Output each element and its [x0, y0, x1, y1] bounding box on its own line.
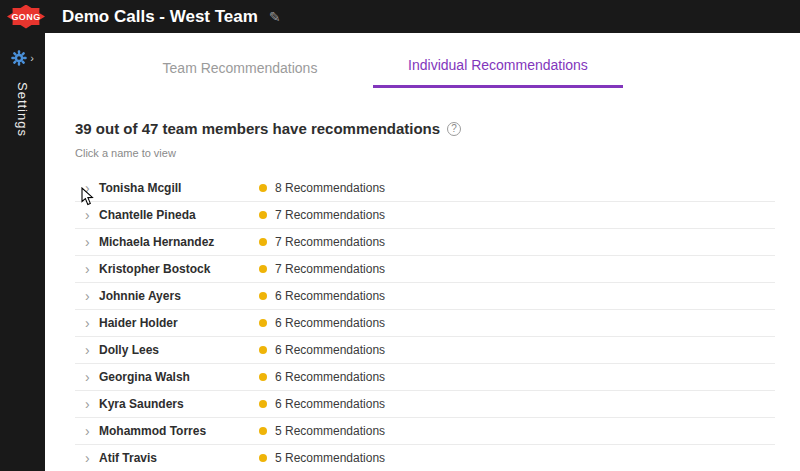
recommendation-count: 6 Recommendations	[275, 370, 385, 384]
recommendation-count: 8 Recommendations	[275, 181, 385, 195]
chevron-right-icon[interactable]: ›	[85, 208, 99, 222]
recommendation-count: 5 Recommendations	[275, 451, 385, 465]
recommendation-dot-icon	[259, 184, 267, 192]
member-name[interactable]: Chantelle Pineda	[99, 208, 259, 222]
member-row[interactable]: › Georgina Walsh 6 Recommendations	[75, 364, 775, 391]
member-row[interactable]: › Kyra Saunders 6 Recommendations	[75, 391, 775, 418]
chevron-right-icon[interactable]: ›	[85, 316, 99, 330]
tab-team-recommendations[interactable]: Team Recommendations	[115, 60, 365, 88]
chevron-right-icon[interactable]: ›	[85, 262, 99, 276]
recommendations-heading: 39 out of 47 team members have recommend…	[75, 120, 440, 137]
chevron-right-icon[interactable]: ›	[85, 370, 99, 384]
content-area: 39 out of 47 team members have recommend…	[45, 120, 800, 471]
click-name-hint: Click a name to view	[75, 147, 800, 159]
chevron-right-icon[interactable]: ›	[85, 424, 99, 438]
recommendation-count: 6 Recommendations	[275, 397, 385, 411]
member-row[interactable]: › Dolly Lees 6 Recommendations	[75, 337, 775, 364]
recommendation-count: 7 Recommendations	[275, 208, 385, 222]
member-name[interactable]: Kyra Saunders	[99, 397, 259, 411]
recommendation-count: 7 Recommendations	[275, 235, 385, 249]
gear-icon	[11, 50, 27, 66]
member-list: › Tonisha Mcgill 8 Recommendations › Cha…	[75, 175, 775, 471]
recommendation-dot-icon	[259, 400, 267, 408]
member-name[interactable]: Atif Travis	[99, 451, 259, 465]
edit-pencil-icon[interactable]: ✎	[269, 9, 281, 25]
member-name[interactable]: Georgina Walsh	[99, 370, 259, 384]
member-name[interactable]: Mohammod Torres	[99, 424, 259, 438]
member-name[interactable]: Michaela Hernandez	[99, 235, 259, 249]
recommendation-dot-icon	[259, 319, 267, 327]
recommendation-dot-icon	[259, 454, 267, 462]
chevron-right-icon[interactable]: ›	[85, 181, 99, 195]
sidebar: › Settings	[0, 33, 45, 471]
recommendation-count: 6 Recommendations	[275, 316, 385, 330]
chevron-right-icon[interactable]: ›	[85, 397, 99, 411]
member-name[interactable]: Dolly Lees	[99, 343, 259, 357]
recommendation-count: 6 Recommendations	[275, 343, 385, 357]
recommendation-dot-icon	[259, 292, 267, 300]
member-name[interactable]: Haider Holder	[99, 316, 259, 330]
member-row[interactable]: › Kristopher Bostock 7 Recommendations	[75, 256, 775, 283]
main-panel: Team Recommendations Individual Recommen…	[45, 33, 800, 471]
tab-individual-recommendations[interactable]: Individual Recommendations	[373, 57, 623, 88]
tab-bar: Team Recommendations Individual Recommen…	[45, 33, 800, 88]
recommendation-dot-icon	[259, 346, 267, 354]
chevron-right-icon: ›	[30, 53, 34, 64]
chevron-right-icon[interactable]: ›	[85, 343, 99, 357]
app-window: GONG Demo Calls - West Team ✎	[0, 0, 800, 471]
member-row[interactable]: › Johnnie Ayers 6 Recommendations	[75, 283, 775, 310]
member-row[interactable]: › Tonisha Mcgill 8 Recommendations	[75, 175, 775, 202]
top-bar: GONG Demo Calls - West Team ✎	[0, 0, 800, 33]
recommendation-dot-icon	[259, 427, 267, 435]
member-row[interactable]: › Chantelle Pineda 7 Recommendations	[75, 202, 775, 229]
member-name[interactable]: Johnnie Ayers	[99, 289, 259, 303]
recommendation-dot-icon	[259, 211, 267, 219]
member-row[interactable]: › Michaela Hernandez 7 Recommendations	[75, 229, 775, 256]
member-row[interactable]: › Mohammod Torres 5 Recommendations	[75, 418, 775, 445]
chevron-right-icon[interactable]: ›	[85, 451, 99, 465]
recommendation-count: 6 Recommendations	[275, 289, 385, 303]
member-name[interactable]: Tonisha Mcgill	[99, 181, 259, 195]
gong-logo[interactable]: GONG	[7, 5, 45, 29]
gong-logo-text: GONG	[11, 12, 40, 22]
chevron-right-icon[interactable]: ›	[85, 235, 99, 249]
recommendation-count: 5 Recommendations	[275, 424, 385, 438]
member-name[interactable]: Kristopher Bostock	[99, 262, 259, 276]
recommendation-dot-icon	[259, 238, 267, 246]
member-row[interactable]: › Haider Holder 6 Recommendations	[75, 310, 775, 337]
page-title: Demo Calls - West Team	[62, 7, 258, 27]
recommendation-dot-icon	[259, 265, 267, 273]
help-icon[interactable]: ?	[447, 122, 461, 136]
member-row[interactable]: › Atif Travis 5 Recommendations	[75, 445, 775, 471]
recommendation-dot-icon	[259, 373, 267, 381]
settings-gear-button[interactable]: ›	[0, 50, 45, 66]
recommendation-count: 7 Recommendations	[275, 262, 385, 276]
sidebar-settings-label: Settings	[15, 82, 30, 137]
chevron-right-icon[interactable]: ›	[85, 289, 99, 303]
